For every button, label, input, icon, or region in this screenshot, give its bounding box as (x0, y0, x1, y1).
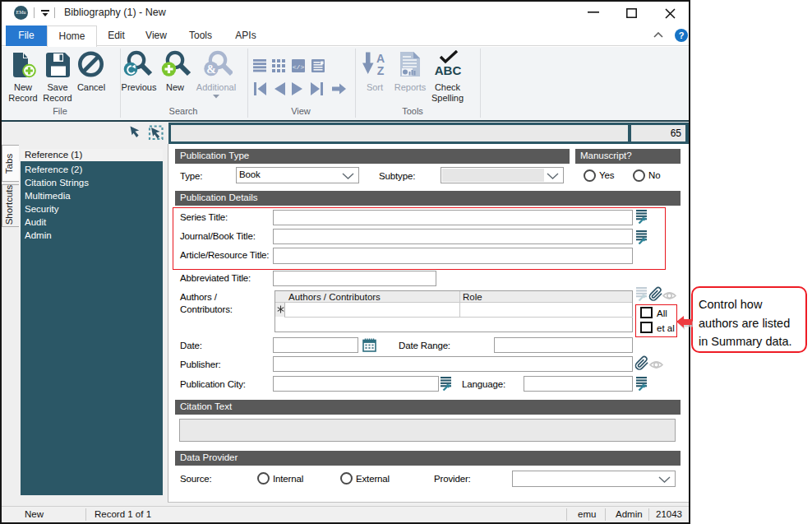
svg-text:&: & (206, 63, 216, 76)
svg-text:Z: Z (377, 64, 385, 77)
svg-text:ABC: ABC (435, 63, 462, 77)
svg-text:A: A (376, 52, 385, 65)
svg-text:</>: </> (293, 63, 305, 71)
